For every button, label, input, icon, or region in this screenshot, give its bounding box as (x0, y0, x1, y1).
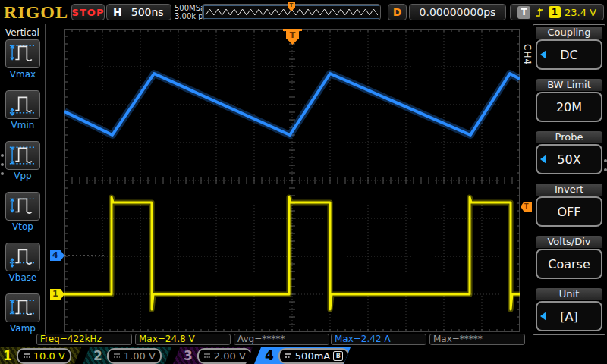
menu-item-label: BW Limit (536, 79, 602, 91)
trigger-source-badge: 1 (549, 6, 561, 18)
menu-item-label: Invert (536, 184, 602, 196)
vmin-icon (8, 93, 38, 116)
sidebar-item-vbase[interactable]: Vbase (0, 243, 46, 283)
channel-scale-box: 500mA B (278, 348, 349, 364)
vpp-icon (8, 144, 38, 167)
menu-item-value: 20M (556, 100, 582, 115)
coupling-dc-icon (113, 352, 121, 359)
ch4-ground-marker[interactable]: 4 (50, 250, 64, 261)
channel-4-status[interactable]: 4 500mA B (254, 347, 351, 364)
menu-item-value: DC (560, 48, 578, 62)
channel-settings-menu: CH4 Coupling DC BW Limit 20M Probe 50X I… (521, 24, 607, 338)
menu-item-label: Coupling (536, 27, 602, 39)
sidebar-item-label: Vmax (0, 69, 46, 80)
coupling-dc-icon (23, 352, 30, 359)
menu-item-label: Unit (536, 288, 602, 300)
channel-scale-box: 10.0 V (17, 348, 71, 364)
channel-1-status[interactable]: 1 10.0 V (0, 347, 81, 364)
menu-item-unit: Unit [A] (536, 288, 602, 331)
trigger-info-button[interactable]: T 1 23.4 V (510, 4, 604, 20)
menu-item-label: Volts/Div (536, 236, 602, 248)
horizontal-label: H (113, 6, 122, 18)
coupling-value-button[interactable]: DC (536, 39, 602, 70)
measurement-avg: Avg=***** (234, 334, 329, 345)
menu-item-label: Probe (536, 131, 602, 143)
sidebar-item-vpp[interactable]: Vpp (0, 141, 46, 181)
menu-item-bw-limit: BW Limit 20M (536, 79, 602, 122)
vmax-icon (8, 42, 38, 65)
sidebar-item-vmax[interactable]: Vmax (0, 39, 46, 80)
channel-2-status[interactable]: 2 1.00 V (83, 347, 171, 364)
top-bar: RIGOL STOP H 500ns 500MSa/s 3.00k pts T … (0, 0, 607, 24)
vtop-button[interactable] (5, 192, 40, 221)
menu-page-dots (1, 154, 4, 181)
menu-item-probe: Probe 50X (536, 131, 602, 174)
sidebar-item-vmin[interactable]: Vmin (0, 90, 46, 130)
sidebar-item-vtop[interactable]: Vtop (0, 192, 46, 232)
coupling-dc-icon (203, 352, 211, 359)
vamp-button[interactable] (5, 293, 40, 322)
channel-scale: 500mA (295, 350, 330, 362)
vmax-button[interactable] (5, 39, 40, 68)
horizontal-timebase-button[interactable]: H 500ns (106, 4, 171, 20)
invert-value-button[interactable]: OFF (536, 196, 602, 227)
menu-item-value: Coarse (548, 257, 590, 271)
trigger-label: T (517, 6, 530, 19)
measurement-max-v: Max=24.8 V (135, 334, 231, 345)
waveform-memory-preview[interactable]: T (202, 4, 381, 20)
sidebar-item-label: Vbase (0, 272, 46, 283)
vamp-icon (8, 297, 38, 319)
bw-limit-badge: B (333, 351, 343, 361)
channel-scale: 1.00 V (124, 350, 156, 362)
vbase-icon (8, 246, 38, 268)
channel-tab: CH4 (522, 44, 533, 55)
selector-triangle-icon (540, 155, 546, 164)
channel-scale: 2.00 V (214, 350, 246, 362)
bw-limit-value-button[interactable]: 20M (536, 92, 602, 122)
trigger-slope-icon (534, 6, 545, 18)
delay-label-button[interactable]: D (388, 4, 407, 20)
sidebar-item-label: Vamp (0, 323, 46, 334)
oscilloscope-screen: RIGOL STOP H 500ns 500MSa/s 3.00k pts T … (0, 0, 607, 364)
menu-item-coupling: Coupling DC (536, 27, 602, 70)
coupling-dc-icon (285, 352, 292, 359)
menu-item-volts-div: Volts/Div Coarse (536, 236, 602, 279)
menu-item-value: OFF (558, 205, 581, 219)
delay-value-button[interactable]: 0.00000000ps (409, 4, 506, 20)
volts-div-value-button[interactable]: Coarse (536, 249, 602, 279)
channel-number: 1 (3, 348, 12, 363)
channel-number: 4 (265, 348, 274, 363)
rigol-logo: RIGOL (4, 2, 68, 23)
selector-triangle-icon (540, 50, 546, 59)
channel-status-bar: 1 10.0 V 2 1.00 V 3 (0, 347, 607, 364)
waveform-display (64, 29, 520, 332)
channel-3-status[interactable]: 3 2.00 V (173, 347, 253, 364)
channel-number: 3 (184, 348, 193, 363)
sidebar-item-vamp[interactable]: Vamp (0, 293, 46, 334)
measurement-bar: Freq=422kHz Max=24.8 V Avg=***** Max=2.4… (0, 334, 607, 346)
vtop-icon (8, 195, 38, 218)
timebase-value: 500ns (131, 6, 164, 18)
channel-number: 2 (93, 348, 102, 363)
vertical-measure-menu: Vertical Vmax Vmin (0, 24, 46, 343)
vpp-button[interactable] (5, 141, 40, 170)
channel-scale-box: 1.00 V (107, 348, 162, 364)
vbase-button[interactable] (5, 243, 40, 271)
run-state-button[interactable]: STOP (71, 4, 105, 20)
menu-scroll-dots (604, 159, 607, 177)
unit-value-button[interactable]: [A] (536, 301, 602, 331)
measurement-max-a: Max=2.42 A (331, 334, 426, 345)
menu-item-invert: Invert OFF (536, 184, 602, 227)
probe-value-button[interactable]: 50X (536, 144, 602, 174)
measurement-max-2: Max=***** (429, 334, 525, 345)
trigger-level-readout: 23.4 V (565, 7, 596, 18)
scope-graticule (64, 29, 520, 332)
ch1-ground-marker[interactable]: 1 (50, 289, 64, 300)
sidebar-item-label: Vtop (0, 221, 46, 232)
sidebar-item-label: Vpp (0, 171, 46, 181)
menu-item-value: 50X (557, 152, 580, 167)
measure-menu-title: Vertical (0, 27, 45, 38)
menu-item-value: [A] (560, 309, 577, 324)
channel-scale: 10.0 V (33, 350, 65, 362)
vmin-button[interactable] (5, 90, 40, 119)
